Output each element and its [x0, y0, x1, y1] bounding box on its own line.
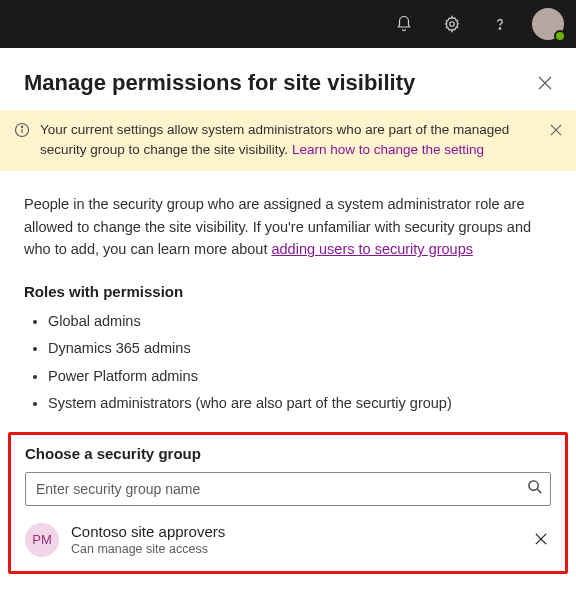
- intro-paragraph: People in the security group who are ass…: [0, 171, 576, 260]
- close-panel-button[interactable]: [538, 76, 552, 90]
- choose-group-heading: Choose a security group: [25, 445, 551, 462]
- svg-point-0: [450, 22, 455, 27]
- role-item: Dynamics 365 admins: [48, 335, 552, 363]
- settings-gear-icon[interactable]: [432, 4, 472, 44]
- dismiss-banner-button[interactable]: [550, 122, 562, 142]
- roles-heading: Roles with permission: [0, 261, 576, 308]
- user-avatar[interactable]: [532, 8, 564, 40]
- role-item: Global admins: [48, 308, 552, 336]
- svg-point-1: [499, 28, 500, 29]
- remove-group-button[interactable]: [531, 527, 551, 553]
- security-group-section: Choose a security group PM Contoso site …: [8, 432, 568, 575]
- role-item: Power Platform admins: [48, 363, 552, 391]
- presence-available-icon: [554, 30, 566, 42]
- search-icon[interactable]: [527, 479, 542, 498]
- info-banner-link[interactable]: Learn how to change the setting: [292, 142, 484, 157]
- svg-point-4: [21, 126, 22, 127]
- role-item: System administrators (who are also part…: [48, 390, 552, 418]
- svg-point-5: [529, 481, 538, 490]
- permissions-panel: Manage permissions for site visibility Y…: [0, 48, 576, 574]
- svg-line-6: [537, 490, 541, 494]
- info-banner-text: Your current settings allow system admin…: [40, 120, 540, 159]
- intro-link[interactable]: adding users to security groups: [271, 241, 473, 257]
- security-group-search[interactable]: [25, 472, 551, 506]
- help-icon[interactable]: [480, 4, 520, 44]
- notifications-icon[interactable]: [384, 4, 424, 44]
- info-icon: [14, 122, 30, 144]
- group-subtext: Can manage site access: [71, 541, 519, 557]
- group-avatar: PM: [25, 523, 59, 557]
- roles-list: Global admins Dynamics 365 admins Power …: [0, 308, 576, 432]
- security-group-input[interactable]: [36, 481, 527, 497]
- panel-header: Manage permissions for site visibility: [0, 48, 576, 110]
- selected-group-row: PM Contoso site approvers Can manage sit…: [25, 506, 551, 558]
- top-app-bar: [0, 0, 576, 48]
- group-name: Contoso site approvers: [71, 522, 519, 542]
- group-meta: Contoso site approvers Can manage site a…: [71, 522, 519, 558]
- panel-title: Manage permissions for site visibility: [24, 70, 415, 96]
- info-banner: Your current settings allow system admin…: [0, 110, 576, 171]
